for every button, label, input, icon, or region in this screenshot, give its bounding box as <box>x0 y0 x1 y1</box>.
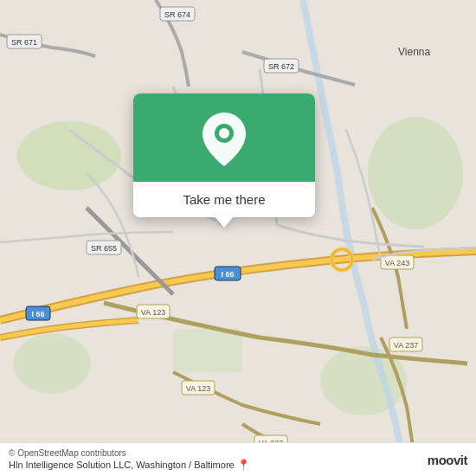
route-icon: 📍 <box>237 459 250 471</box>
popup-label[interactable]: Take me there <box>133 182 315 217</box>
svg-text:I 66: I 66 <box>221 270 234 279</box>
svg-text:SR 671: SR 671 <box>11 38 37 47</box>
svg-point-2 <box>368 117 463 229</box>
location-pin-icon <box>203 113 246 166</box>
svg-text:VA 237: VA 237 <box>394 341 418 350</box>
svg-rect-5 <box>173 329 242 372</box>
svg-point-4 <box>13 333 91 394</box>
popup-icon-area <box>133 93 315 182</box>
osm-attribution: © OpenStreetMap contributors <box>9 448 250 458</box>
map-container: I 66 SR 655 VA 123 VA 243 VA 237 VA 237 … <box>0 0 476 476</box>
svg-text:Vienna: Vienna <box>398 46 430 58</box>
svg-text:VA 243: VA 243 <box>385 259 409 267</box>
svg-text:SR 672: SR 672 <box>268 62 294 71</box>
location-info: Hln Intelligence Solution LLC, Washingto… <box>9 459 250 471</box>
svg-point-32 <box>219 128 229 138</box>
svg-text:I 66: I 66 <box>31 310 44 318</box>
bottom-left-section: © OpenStreetMap contributors Hln Intelli… <box>9 448 250 471</box>
bottom-bar: © OpenStreetMap contributors Hln Intelli… <box>0 442 476 476</box>
svg-text:VA 123: VA 123 <box>141 308 165 317</box>
moovit-logo: moovit <box>428 453 467 467</box>
svg-text:SR 674: SR 674 <box>164 10 190 19</box>
moovit-text: moovit <box>428 453 467 467</box>
map-svg: I 66 SR 655 VA 123 VA 243 VA 237 VA 237 … <box>0 0 476 476</box>
svg-text:VA 123: VA 123 <box>186 384 210 393</box>
popup-card[interactable]: Take me there <box>133 93 315 217</box>
svg-text:SR 655: SR 655 <box>91 244 117 253</box>
